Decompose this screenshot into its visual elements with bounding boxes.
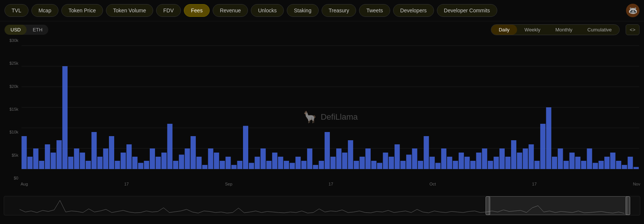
svg-rect-24 — [121, 153, 126, 169]
svg-rect-89 — [499, 148, 505, 169]
period-cumulative[interactable]: Cumulative — [580, 25, 619, 35]
x-label-17b: 17 — [329, 182, 333, 186]
svg-rect-63 — [348, 140, 353, 169]
svg-rect-12 — [51, 153, 56, 169]
svg-rect-53 — [290, 163, 295, 169]
svg-rect-50 — [272, 153, 277, 169]
y-axis: $0 $5k $10k $15k $20k $25k $30k — [0, 38, 21, 180]
svg-rect-104 — [587, 148, 592, 169]
svg-rect-65 — [359, 157, 365, 169]
svg-rect-92 — [517, 153, 522, 169]
svg-rect-93 — [523, 148, 528, 169]
svg-rect-54 — [295, 157, 301, 169]
currency-usd[interactable]: USD — [4, 25, 27, 35]
nav-revenue[interactable]: Revenue — [213, 4, 248, 17]
top-navigation: TVL Mcap Token Price Token Volume FDV Fe… — [0, 0, 644, 21]
svg-rect-82 — [459, 153, 464, 169]
nav-unlocks[interactable]: Unlocks — [251, 4, 284, 17]
svg-rect-7 — [22, 136, 27, 169]
svg-rect-29 — [150, 148, 155, 169]
svg-rect-43 — [231, 165, 237, 169]
embed-button[interactable]: <> — [626, 24, 640, 35]
svg-rect-46 — [249, 163, 254, 169]
svg-rect-79 — [441, 148, 446, 169]
nav-fdv[interactable]: FDV — [156, 4, 181, 17]
svg-rect-98 — [552, 157, 557, 169]
svg-rect-33 — [173, 161, 178, 169]
svg-rect-37 — [196, 157, 201, 169]
nav-fees[interactable]: Fees — [184, 4, 210, 17]
svg-rect-99 — [558, 148, 563, 169]
svg-rect-31 — [161, 153, 167, 169]
nav-tvl[interactable]: TVL — [4, 4, 28, 17]
y-label-4: $20k — [1, 84, 18, 89]
period-daily[interactable]: Daily — [491, 25, 517, 35]
svg-rect-94 — [529, 144, 534, 169]
svg-rect-48 — [261, 148, 266, 169]
svg-rect-76 — [424, 136, 429, 169]
x-label-aug: Aug — [21, 182, 28, 186]
svg-rect-101 — [569, 153, 575, 169]
svg-rect-80 — [447, 157, 452, 169]
svg-rect-19 — [91, 132, 97, 169]
svg-rect-51 — [278, 157, 283, 169]
svg-rect-77 — [429, 157, 435, 169]
svg-rect-102 — [575, 157, 580, 169]
nav-treasury[interactable]: Treasury — [322, 4, 356, 17]
nav-token-volume[interactable]: Token Volume — [106, 4, 153, 17]
svg-rect-60 — [331, 157, 336, 169]
svg-rect-11 — [45, 144, 50, 169]
svg-rect-36 — [191, 136, 196, 169]
mini-handle-right[interactable] — [626, 196, 630, 215]
controls-row: USD ETH Daily Weekly Monthly Cumulative … — [0, 21, 644, 38]
svg-rect-26 — [132, 157, 137, 169]
svg-rect-95 — [534, 161, 540, 169]
nav-developer-commits[interactable]: Developer Commits — [437, 4, 497, 17]
svg-rect-57 — [313, 165, 318, 169]
period-weekly[interactable]: Weekly — [517, 25, 548, 35]
svg-rect-67 — [371, 161, 376, 169]
svg-rect-47 — [255, 157, 260, 169]
chart-area: $0 $5k $10k $15k $20k $25k $30k 🦙 DefiLl… — [0, 38, 644, 195]
svg-rect-44 — [237, 161, 242, 169]
nav-developers[interactable]: Developers — [393, 4, 434, 17]
x-label-sep: Sep — [225, 182, 233, 186]
y-label-0: $0 — [1, 176, 18, 180]
nav-tweets[interactable]: Tweets — [359, 4, 390, 17]
x-label-nov: Nov — [633, 182, 640, 186]
svg-rect-111 — [628, 157, 633, 169]
svg-rect-25 — [127, 144, 132, 169]
svg-rect-96 — [540, 124, 546, 169]
svg-rect-107 — [604, 157, 610, 169]
nav-token-price[interactable]: Token Price — [61, 4, 103, 17]
svg-rect-38 — [202, 165, 207, 169]
svg-rect-71 — [395, 144, 400, 169]
nav-staking[interactable]: Staking — [287, 4, 319, 17]
svg-rect-85 — [476, 153, 482, 169]
user-avatar[interactable]: 🦝 — [626, 4, 640, 17]
svg-rect-45 — [243, 126, 248, 169]
svg-rect-108 — [610, 153, 616, 169]
svg-rect-112 — [634, 167, 639, 169]
svg-rect-56 — [307, 148, 312, 169]
svg-rect-62 — [342, 153, 347, 169]
nav-mcap[interactable]: Mcap — [31, 4, 58, 17]
svg-rect-70 — [389, 157, 394, 169]
svg-rect-59 — [325, 132, 330, 169]
svg-rect-30 — [156, 157, 161, 169]
x-label-oct: Oct — [429, 182, 436, 186]
svg-rect-23 — [115, 161, 120, 169]
svg-rect-17 — [80, 153, 85, 169]
svg-rect-40 — [214, 153, 219, 169]
svg-rect-16 — [74, 148, 79, 169]
mini-handle-left[interactable] — [486, 196, 490, 215]
svg-rect-109 — [616, 161, 621, 169]
currency-eth[interactable]: ETH — [27, 25, 48, 35]
x-axis-labels: Aug 17 Sep 17 Oct 17 Nov — [21, 180, 640, 186]
period-monthly[interactable]: Monthly — [548, 25, 580, 35]
svg-rect-13 — [57, 140, 62, 169]
svg-rect-100 — [564, 161, 569, 169]
mini-selected-range[interactable] — [488, 196, 628, 215]
y-label-3: $15k — [1, 107, 18, 111]
svg-rect-106 — [599, 161, 604, 169]
